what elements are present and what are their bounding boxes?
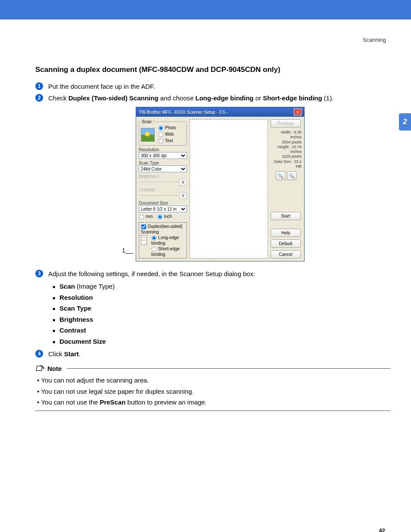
dialog-left-panel: Scan : Photo Web Text Resolution 300 x 3…	[139, 119, 187, 258]
text: and choose	[159, 94, 196, 102]
note-item: You can not adjust the scanning area.	[37, 375, 390, 386]
bold-text: PreScan	[100, 398, 125, 406]
unit-inch-radio[interactable]: inch	[157, 214, 172, 220]
step-1: 1 Put the document face up in the ADF.	[35, 82, 390, 91]
step-text: Check Duplex (Two-sided) Scanning and ch…	[48, 93, 390, 103]
radio-web[interactable]: Web	[158, 132, 176, 137]
divider	[67, 368, 390, 369]
zoom-out-icon[interactable]: 🔍	[287, 171, 296, 180]
note-item: You can not use the PreScan button to pr…	[37, 397, 390, 408]
step-3: 3 Adjust the following settings, if need…	[35, 269, 390, 278]
step-text: Click Start.	[48, 349, 390, 358]
label: Duplex(two-sided) Scanning	[141, 224, 183, 234]
note-block: Note You can not adjust the scanning are…	[35, 364, 390, 411]
info-block: Width : 8.35 inches 2504 pixels Height :…	[271, 130, 302, 169]
value: 10.76 inches	[290, 145, 302, 154]
text: .	[79, 350, 81, 358]
chapter-tab: 2	[399, 113, 411, 131]
scan-legend: Scan :	[141, 119, 155, 124]
callout-line	[125, 253, 133, 254]
dialog-right-panel: PreScan Width : 8.35 inches 2504 pixels …	[271, 119, 302, 258]
note-item: You can not use legal size paper for dup…	[37, 386, 390, 397]
note-icon	[35, 364, 45, 372]
list-item: Scan Type	[53, 303, 390, 314]
value: 3229 pixels	[271, 154, 302, 159]
radio-text[interactable]: Text	[158, 138, 176, 144]
contrast-label: Contrast	[139, 187, 187, 192]
bold-text: Brightness	[59, 316, 93, 323]
list-item: Resolution	[53, 292, 390, 303]
brightness-slider[interactable]: 0	[139, 179, 187, 186]
text: Check	[48, 94, 68, 102]
unit-mm-radio[interactable]: mm	[139, 214, 153, 220]
docsize-select[interactable]: Letter 8 1/2 x 11 in	[139, 205, 187, 212]
text: or	[253, 94, 263, 102]
list-item: Document Size	[53, 336, 390, 347]
bold-text: Duplex (Two-sided) Scanning	[68, 94, 159, 102]
contrast-slider[interactable]: 0	[139, 192, 187, 199]
label: Text	[165, 138, 173, 143]
bold-text: Long-edge binding	[196, 94, 254, 102]
resolution-label: Resolution	[139, 147, 187, 152]
section-title: Scanning a duplex document (MFC-9840CDW …	[35, 65, 390, 74]
help-button[interactable]: Help	[271, 229, 301, 237]
dialog-title: TW-Brother MFC- XXXX Scanner Setup - 3.5…	[139, 110, 228, 115]
label: Height :	[277, 145, 291, 149]
bold-text: Short-edge binding	[263, 94, 322, 102]
divider	[35, 411, 390, 411]
label: inch	[164, 214, 172, 219]
note-title: Note	[47, 365, 62, 372]
dialog-figure: 1 TW-Brother MFC- XXXX Scanner Setup - 3…	[35, 107, 390, 261]
label: mm	[146, 214, 153, 219]
preview-area	[190, 119, 268, 258]
callout-number: 1	[121, 247, 125, 254]
default-button[interactable]: Default	[271, 240, 301, 248]
step-text: Put the document face up in the ADF.	[48, 82, 390, 91]
bold-text: Scan Type	[59, 305, 91, 312]
close-icon[interactable]: ✕	[294, 109, 302, 115]
label: Width :	[281, 130, 293, 134]
radio-long-edge[interactable]: Long-edge binding	[151, 235, 185, 246]
step-2: 2 Check Duplex (Two-sided) Scanning and …	[35, 93, 390, 103]
duplex-checkbox[interactable]: Duplex(two-sided) Scanning	[141, 224, 185, 234]
step-text: Adjust the following settings, if needed…	[48, 269, 390, 278]
text: button to preview an image.	[125, 398, 206, 406]
radio-short-edge[interactable]: Short-edge binding	[151, 246, 185, 257]
step-badge: 4	[35, 350, 43, 358]
step-4: 4 Click Start.	[35, 349, 390, 358]
text: You can not use the	[41, 398, 100, 406]
text: (1).	[322, 94, 334, 102]
top-bar	[0, 0, 411, 19]
scan-fieldset: Scan : Photo Web Text	[139, 119, 187, 146]
settings-list: Scan (Image Type) Resolution Scan Type B…	[53, 281, 390, 347]
step-badge: 3	[35, 270, 43, 277]
orientation-icon	[141, 235, 147, 245]
prescan-button[interactable]: PreScan	[271, 119, 301, 128]
thumbnail-icon	[141, 128, 155, 142]
cancel-button[interactable]: Cancel	[271, 250, 301, 258]
text: Click	[48, 350, 64, 358]
list-item: Scan (Image Type)	[53, 281, 390, 292]
value: 0	[179, 192, 187, 199]
docsize-label: Document Size	[139, 201, 187, 205]
step-badge: 1	[35, 82, 43, 90]
label: Data Size :	[274, 159, 293, 164]
scantype-select[interactable]: 24bit Color	[139, 165, 187, 172]
label: Photo	[165, 125, 176, 130]
list-item: Brightness	[53, 314, 390, 325]
bold-text: Scan	[59, 283, 75, 290]
value: 2504 pixels	[271, 140, 302, 145]
dialog-titlebar: TW-Brother MFC- XXXX Scanner Setup - 3.5…	[136, 107, 304, 117]
value: 0	[179, 179, 187, 186]
resolution-select[interactable]: 300 x 300 dpi	[139, 152, 187, 159]
text: (Image Type)	[75, 283, 115, 290]
start-button[interactable]: Start	[271, 212, 301, 220]
step-badge: 2	[35, 94, 43, 102]
zoom-in-icon[interactable]: 🔍	[276, 171, 285, 180]
duplex-group: Duplex(two-sided) Scanning Long-edge bin…	[139, 222, 187, 258]
radio-photo[interactable]: Photo	[158, 125, 176, 131]
bold-text: Document Size	[59, 338, 106, 345]
page-number: 42	[35, 527, 385, 532]
scantype-label: Scan Type	[139, 161, 187, 165]
bold-text: Start	[64, 350, 79, 358]
